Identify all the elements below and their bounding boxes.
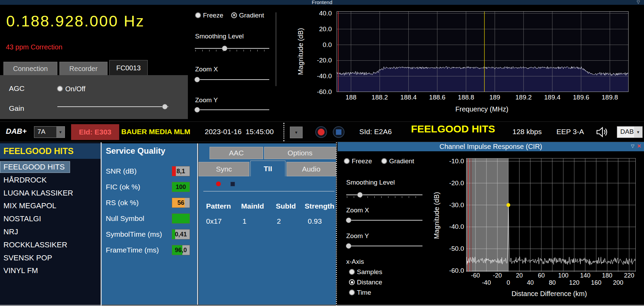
services-panel: FEELGOOD HITS FEELGOOD HITSHÅRDROCKLUGNA… <box>0 142 102 306</box>
gain-label: Gain <box>9 104 24 113</box>
y-tick-label: 40.0 <box>302 9 332 17</box>
tab-sync[interactable]: Sync <box>199 162 249 176</box>
panel-splitter[interactable] <box>336 142 337 306</box>
quality-row: FIC (ok %)100 <box>102 182 197 192</box>
tab-fc0013[interactable]: FC0013 <box>109 60 148 75</box>
zoom-y-slider-thumb[interactable] <box>194 107 200 113</box>
collapse-frontend-icon[interactable]: ▽ <box>637 0 640 4</box>
tii-column-header: Strength <box>305 202 334 210</box>
fic-status-icon <box>230 182 235 186</box>
y-tick-label: -40.0 <box>302 72 332 80</box>
cir-zoom-x-slider[interactable] <box>346 217 422 224</box>
speaker-icon[interactable] <box>596 126 609 138</box>
quality-row: Null Symbol <box>102 213 197 224</box>
tii-column-header: Pattern <box>206 202 231 210</box>
quality-value: 56 <box>172 198 190 208</box>
cir-freeze-radio[interactable] <box>344 158 350 164</box>
cir-zoom-y-slider[interactable] <box>346 243 422 249</box>
service-list-item[interactable]: FEELGOOD HITS <box>0 161 70 173</box>
zoom-y-slider[interactable] <box>195 106 269 113</box>
quality-value: 96,0 <box>172 245 190 255</box>
service-id-label: SId: E2A6 <box>359 128 392 136</box>
x-tick-label: 188.8 <box>452 94 480 101</box>
x-axis-group-label: x-Axis <box>346 258 364 266</box>
cir-zoom-y-slider-thumb[interactable] <box>346 243 351 249</box>
service-dropdown-button[interactable]: ▼ <box>290 127 303 138</box>
service-list-item[interactable]: NRJ <box>0 226 101 238</box>
smoothing-slider[interactable] <box>195 45 269 52</box>
x-tick-label: 189.6 <box>567 94 595 101</box>
services-header: FEELGOOD HITS <box>0 143 101 159</box>
x-tick-label: 189.8 <box>596 94 624 101</box>
tab-connection[interactable]: Connection <box>3 62 57 75</box>
stop-icon <box>336 129 341 135</box>
record-button[interactable] <box>315 126 327 138</box>
cir-zoom-y-label: Zoom Y <box>346 232 369 240</box>
channel-select[interactable]: 7A ▼ <box>34 126 65 138</box>
quality-indicator: 96,0 <box>172 245 190 255</box>
tii-cell-value: 0.93 <box>308 217 322 225</box>
y-tick-label: -10.0 <box>435 157 464 165</box>
x-tick-label: 189.4 <box>539 94 566 101</box>
chevron-down-icon[interactable]: ▼ <box>290 127 302 138</box>
protection-label: EEP 3-A <box>556 128 584 136</box>
quality-metric-label: FrameTime (ms) <box>106 245 159 255</box>
chevron-down-icon[interactable]: ▼ <box>634 127 642 138</box>
cir-gradient-radio[interactable] <box>381 158 387 164</box>
ensemble-name: BAUER MEDIA MLM <box>121 128 190 136</box>
ensemble-id-badge: EId: E303 <box>71 124 119 140</box>
gradient-radio[interactable] <box>231 12 237 18</box>
quality-metric-label: SymbolTime (ms) <box>106 229 162 239</box>
service-list-item[interactable]: HÅRDROCK <box>0 174 101 186</box>
cir-smoothing-slider[interactable] <box>346 191 422 198</box>
tab-aac[interactable]: AAC <box>210 147 263 159</box>
mode-label: DAB+ <box>6 127 27 136</box>
gain-slider[interactable] <box>57 103 168 110</box>
tii-cell-value: 1 <box>242 217 247 225</box>
x-tick-label: 188.4 <box>395 94 422 101</box>
channel-value: 7A <box>37 128 45 136</box>
service-list-item[interactable]: SVENSK POP <box>0 252 101 264</box>
close-icon[interactable]: ✕ <box>637 143 641 149</box>
x-axis-distance-radio[interactable] <box>349 279 355 285</box>
quality-value: 100 <box>172 182 190 192</box>
collapse-cir-icon[interactable]: ▽ <box>631 143 634 149</box>
x-axis-samples-radio[interactable] <box>349 269 355 275</box>
service-list-item[interactable]: ROCKKLASSIKER <box>0 239 101 251</box>
service-list-item[interactable]: MIX MEGAPOL <box>0 200 101 212</box>
zoom-x-slider[interactable] <box>195 76 269 83</box>
zoom-x-slider-thumb[interactable] <box>194 77 200 82</box>
smoothing-slider-thumb[interactable] <box>222 46 227 51</box>
gain-slider-thumb[interactable] <box>162 104 168 109</box>
cir-smoothing-slider-thumb[interactable] <box>357 192 363 198</box>
quality-indicator: 56 <box>172 198 190 208</box>
tab-audio[interactable]: Audio <box>286 162 336 176</box>
x-tick-label: 188.2 <box>366 94 394 101</box>
service-list-item[interactable]: NOSTALGI <box>0 213 101 225</box>
service-list-item[interactable]: VINYL FM <box>0 265 101 276</box>
frequency-display: 0.188.928.000 Hz <box>6 12 145 30</box>
agc-toggle-radio[interactable] <box>57 86 63 92</box>
quality-row: FrameTime (ms)96,0 <box>102 245 197 255</box>
tab-options[interactable]: Options <box>264 147 336 159</box>
x-axis-time-radio[interactable] <box>349 290 355 295</box>
quality-metric-label: FIC (ok %) <box>106 182 140 192</box>
freeze-radio[interactable] <box>195 12 201 18</box>
stop-button[interactable] <box>333 126 344 138</box>
service-list-item[interactable]: LUGNA KLASSIKER <box>0 187 101 199</box>
zoom-y-label: Zoom Y <box>195 96 218 104</box>
spectrum-plot[interactable] <box>337 11 629 92</box>
tii-column-header: SubId <box>276 202 296 210</box>
chevron-down-icon[interactable]: ▼ <box>56 127 65 138</box>
tii-column-header: MainId <box>241 202 264 210</box>
gradient-label: Gradient <box>239 11 264 20</box>
quality-value: 8,1 <box>172 166 190 176</box>
cir-zoom-x-slider-thumb[interactable] <box>346 217 351 223</box>
band-select[interactable]: DAB ▼ <box>617 126 643 138</box>
cir-plot[interactable] <box>466 158 636 272</box>
tab-recorder[interactable]: Recorder <box>59 62 108 75</box>
tab-tii[interactable]: TII <box>250 161 285 176</box>
y-tick-label: 20.0 <box>302 25 332 33</box>
toolbar-splitter[interactable] <box>283 123 284 141</box>
quality-indicator <box>172 213 190 224</box>
